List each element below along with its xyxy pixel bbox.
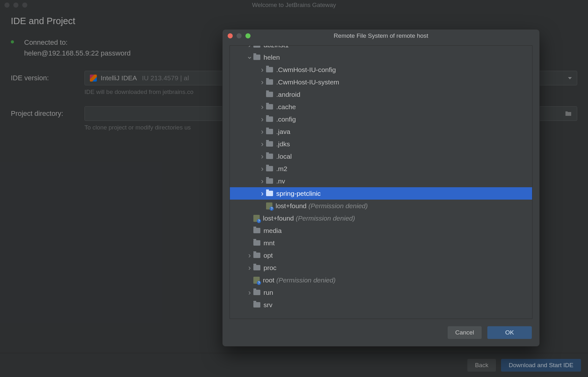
tree-row[interactable]: .local [230, 150, 532, 162]
folder-icon [266, 154, 273, 159]
tree-row[interactable]: run [230, 286, 532, 299]
tree-item-label: db2inst1 [264, 46, 289, 49]
tree-item-label: media [264, 227, 282, 235]
tree-row[interactable]: lost+found(Permission denied) [230, 212, 532, 224]
tree-item-label: lost+found [276, 202, 307, 210]
tree-row[interactable]: .m2 [230, 162, 532, 175]
minimize-icon[interactable] [237, 33, 242, 38]
tree-row[interactable]: .cache [230, 101, 532, 113]
folder-icon [266, 178, 273, 184]
permission-denied-label: (Permission denied) [296, 215, 355, 222]
tree-item-label: .config [276, 116, 296, 123]
remote-filesystem-modal: Remote File System of remote host db2ins… [222, 29, 540, 347]
folder-icon [266, 67, 273, 72]
tree-item-label: .android [276, 91, 300, 98]
folder-icon [253, 302, 260, 308]
tree-item-label: proc [264, 264, 277, 272]
tree-item-label: .jdks [276, 140, 290, 148]
folder-icon [266, 116, 273, 122]
cancel-button[interactable]: Cancel [448, 326, 482, 339]
tree-item-label: lost+found [263, 215, 294, 222]
folder-icon [266, 191, 273, 196]
tree-item-label: .CwmHost-IU-config [276, 66, 336, 74]
modal-title: Remote File System of remote host [334, 32, 428, 39]
tree-row[interactable]: .jdks [230, 138, 532, 150]
tree-item-label: run [264, 289, 273, 296]
folder-icon [253, 46, 260, 48]
zoom-icon[interactable] [245, 33, 251, 38]
tree-item-label: opt [264, 252, 273, 259]
tree-item-label: mnt [264, 239, 275, 247]
folder-icon [253, 253, 260, 258]
tree-item-label: .java [276, 128, 290, 136]
modal-footer: Cancel OK [223, 319, 539, 346]
modal-traffic-lights [228, 33, 251, 38]
tree-row[interactable]: helen [230, 51, 532, 63]
tree-item-label: .cache [276, 103, 296, 111]
folder-icon [253, 265, 260, 270]
folder-icon [266, 166, 273, 171]
modal-titlebar: Remote File System of remote host [223, 30, 539, 42]
folder-icon [253, 55, 260, 60]
folder-icon [266, 92, 273, 97]
locked-folder-icon [253, 215, 260, 222]
tree-row[interactable]: .CwmHost-IU-system [230, 76, 532, 88]
tree-item-label: .local [276, 153, 292, 160]
tree-item-label: .CwmHost-IU-system [276, 78, 339, 86]
permission-denied-label: (Permission denied) [276, 276, 336, 284]
tree-row[interactable]: root(Permission denied) [230, 274, 532, 286]
tree-row[interactable]: .config [230, 113, 532, 125]
tree-row[interactable]: srv [230, 299, 532, 311]
tree-row[interactable]: .CwmHost-IU-config [230, 63, 532, 76]
tree-item-label: .m2 [276, 165, 287, 173]
tree-row[interactable]: mnt [230, 237, 532, 249]
tree-row[interactable]: .android [230, 88, 532, 101]
tree-row[interactable]: opt [230, 249, 532, 261]
tree-row[interactable]: media [230, 224, 532, 237]
tree-item-label: helen [264, 54, 280, 61]
tree-row[interactable]: .nv [230, 175, 532, 187]
folder-icon [253, 240, 260, 246]
folder-icon [266, 141, 273, 147]
ok-button[interactable]: OK [487, 326, 532, 339]
tree-row[interactable]: lost+found(Permission denied) [230, 200, 532, 212]
file-tree-container: db2inst1helen.CwmHost-IU-config.CwmHost-… [230, 45, 532, 319]
folder-icon [253, 290, 260, 295]
tree-row[interactable]: spring-petclinic [230, 187, 532, 200]
folder-icon [253, 228, 260, 233]
folder-icon [266, 129, 273, 134]
tree-row[interactable]: db2inst1 [230, 46, 532, 51]
locked-folder-icon [266, 202, 272, 209]
locked-folder-icon [253, 277, 260, 284]
tree-row[interactable]: .java [230, 125, 532, 138]
tree-row[interactable]: proc [230, 261, 532, 274]
folder-icon [266, 79, 273, 85]
permission-denied-label: (Permission denied) [309, 202, 368, 210]
tree-item-label: spring-petclinic [276, 190, 321, 197]
tree-item-label: srv [264, 301, 272, 309]
tree-item-label: root [263, 276, 274, 284]
folder-icon [266, 104, 273, 109]
file-tree[interactable]: db2inst1helen.CwmHost-IU-config.CwmHost-… [230, 46, 532, 319]
close-icon[interactable] [228, 33, 233, 38]
tree-item-label: .nv [276, 177, 285, 185]
